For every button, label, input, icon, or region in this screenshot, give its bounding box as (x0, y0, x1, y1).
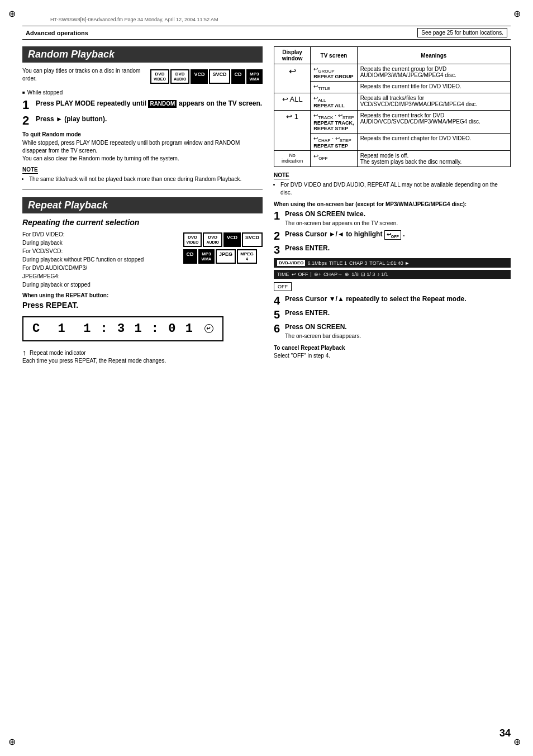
badge-dvd-bottom: VIDEO (154, 77, 166, 82)
repeat-indicator-label: Repeat mode indicator (30, 350, 86, 356)
repeat-caption: ↑ Repeat mode indicator (22, 348, 86, 357)
onscreen-step-4-content: Press Cursor ▼/▲ repeatedly to select th… (285, 295, 467, 304)
repeat-mode-arrow: ↩ (204, 324, 213, 333)
badge-vcd: VCD (191, 69, 208, 84)
random-step-2: 2 Press ► (play button). (22, 115, 263, 127)
corner-mark-tl: ⊕ (8, 8, 20, 20)
table-row: ↩ ↩GROUP REPEAT GROUP Repeats the curren… (274, 64, 511, 82)
repeat-intro-row: For DVD VIDEO: During playback For VCD/S… (22, 230, 263, 289)
repeat-badge-dvd-video: DVD VIDEO (183, 232, 202, 247)
left-column: Random Playback You can play titles or t… (22, 46, 263, 367)
onscreen-heading: When using the on-screen bar (except for… (274, 201, 511, 207)
onscreen-step-5-content: Press ENTER. (285, 309, 330, 318)
onscreen-step-4: 4 Press Cursor ▼/▲ repeatedly to select … (274, 295, 511, 306)
each-time-text: Each time you press REPEAT, the Repeat m… (22, 357, 263, 365)
repeat-badge-dvd-audio: DVD AUDIO (203, 232, 222, 247)
track-display-icon: ↩TRACK · ↩STEP (313, 112, 354, 120)
onscreen-step-2-text: Press Cursor ►/◄ to highlight (285, 230, 382, 238)
dvd-chap: CHAP 3 (349, 260, 367, 266)
right-note-bullet: For DVD VIDEO and DVD AUDIO, REPEAT ALL … (280, 181, 511, 197)
random-note-bullet: The same title/track will not be played … (29, 175, 263, 183)
repeat-badge-jpeg: JPEG (216, 249, 236, 264)
right-note-text: For DVD VIDEO and DVD AUDIO, REPEAT ALL … (274, 181, 511, 197)
repeat-sub-title: Repeating the current selection (22, 218, 263, 227)
table-cell-meaning-all: Repeats all tracks/files for VCD/SVCD/CD… (357, 93, 510, 111)
press-repeat-text: Press REPEAT. (22, 301, 263, 310)
table-header-tv: TV screen (311, 47, 357, 64)
repeat-all-label: REPEAT ALL (313, 103, 354, 108)
badge-mp3-wma: MP3 WMA (246, 69, 263, 84)
arrow-pointer: ↑ (22, 348, 26, 357)
onscreen-step-2-num: 2 (274, 230, 283, 241)
see-page-box: See page 25 for button locations. (417, 28, 507, 37)
during-playback-stopped: During playback or stopped (22, 282, 91, 288)
off-display-icon: ↩OFF (313, 153, 354, 161)
onscreen-step-2-end: . (403, 230, 404, 238)
random-highlight: RANDOM (148, 100, 177, 108)
dvd-time: TIME (277, 272, 289, 277)
off-box: OFF (274, 282, 292, 291)
dvd-off-text: OFF (298, 272, 308, 277)
onscreen-step-3-num: 3 (274, 244, 283, 255)
right-note-label: NOTE (274, 172, 289, 179)
dvd-title: TITLE 1 (329, 260, 347, 266)
group-display-icon: ↩GROUP (313, 66, 354, 74)
table-cell-display-noind: Noindication (274, 151, 311, 167)
step-1-num: 1 (22, 99, 32, 111)
dvd-speed: 6.1Mbps (307, 260, 327, 266)
table-cell-meaning-title: Repeats the current title for DVD VIDEO. (357, 82, 510, 93)
table-header-display: Display window (274, 47, 311, 64)
table-cell-tv-group: ↩GROUP REPEAT GROUP (311, 64, 357, 82)
dvd-status-bar: DVD-VIDEO 6.1Mbps TITLE 1 CHAP 3 TOTAL 1… (274, 258, 511, 268)
no-indication-text: Noindication (277, 153, 307, 164)
onscreen-step-6-text: Press ON SCREEN. (285, 323, 347, 331)
during-playback: During playback (22, 240, 63, 246)
corner-mark-tr: ⊕ (513, 8, 525, 20)
quit-text: While stopped, press PLAY MODE repeatedl… (22, 139, 263, 163)
badge-dvd-top: DVD (154, 72, 166, 77)
repeat-badge-vcd: VCD (223, 232, 241, 247)
table-row: ↩ ALL ↩ALL REPEAT ALL Repeats all tracks… (274, 93, 511, 111)
badge-dvd-video: DVD VIDEO (150, 69, 169, 84)
random-intro-text: You can play titles or tracks on a disc … (22, 67, 145, 83)
random-note-text: The same title/track will not be played … (22, 175, 263, 183)
cancel-heading: To cancel Repeat Playback (274, 345, 511, 351)
page: ⊕ ⊕ ⊕ ⊕ HT-SW9SW8[B]-06Advanced.fm Page … (0, 0, 533, 756)
repeat-badge-mpeg4: MPEG 4 (237, 249, 257, 264)
dvd-repeat-off: ↩ (292, 272, 296, 277)
dvd-total: TOTAL 1:01:40 ► (369, 260, 410, 266)
step-1-content: Press PLAY MODE repeatedly until RANDOM … (36, 99, 262, 108)
off-icon-box: ↩OFF (384, 230, 401, 240)
table-cell-display-all: ↩ ALL (274, 93, 311, 111)
table-cell-tv-title: ↩TITLE (311, 82, 357, 93)
one-icon: ↩ 1 (277, 112, 307, 121)
random-intro-row: You can play titles or tracks on a disc … (22, 67, 263, 86)
when-using-repeat-heading: When using the REPEAT button: (22, 292, 263, 298)
onscreen-step-6-content: Press ON SCREEN. The on-screen bar disap… (285, 323, 361, 340)
divider-1 (22, 189, 263, 189)
step-1-text: Press PLAY MODE repeatedly until (36, 99, 146, 107)
badge-dvdaudio-bottom: AUDIO (174, 77, 187, 82)
onscreen-step-3: 3 Press ENTER. (274, 244, 511, 255)
repeat-section: Repeat Playback Repeating the current se… (22, 197, 263, 365)
badge-row-1: DVD VIDEO DVD AUDIO VCD SVCD CD MP3 WMA (150, 69, 263, 84)
right-column: Display window TV screen Meanings ↩ ↩GRO… (274, 46, 511, 367)
dvd-chap-arrow: CHAP→ (323, 272, 342, 277)
onscreen-step-1-sub: The on-screen bar appears on the TV scre… (285, 220, 398, 226)
quit-text-2: disappear from the TV screen.You can als… (22, 148, 179, 161)
random-playback-title: Random Playback (22, 46, 263, 63)
repeat-badge-cd: CD (183, 249, 197, 264)
onscreen-step-6: 6 Press ON SCREEN. The on-screen bar dis… (274, 323, 511, 340)
repeat-badge-mp3-wma: MP3 WMA (198, 249, 215, 264)
onscreen-step-3-content: Press ENTER. (285, 244, 330, 253)
onscreen-step-2: 2 Press Cursor ►/◄ to highlight ↩OFF . (274, 230, 511, 241)
repeat-playback-title: Repeat Playback (22, 197, 263, 213)
advanced-ops-label: Advanced operations (26, 30, 88, 36)
repeat-badges: DVD VIDEO DVD AUDIO VCD SVCD CD (183, 230, 263, 289)
table-cell-display-1: ↩ 1 (274, 111, 311, 151)
dvd-audio-count: ♪ 1/1 (377, 272, 388, 277)
dvd-track-count: 1/8 (351, 272, 359, 277)
random-note: NOTE The same title/track will not be pl… (22, 166, 263, 183)
group-icon: ↩ (277, 66, 307, 77)
display-box-wrapper: C 1 1 : 3 1 : 0 1 ↩ ↑ Repeat mode indica… (22, 312, 263, 357)
